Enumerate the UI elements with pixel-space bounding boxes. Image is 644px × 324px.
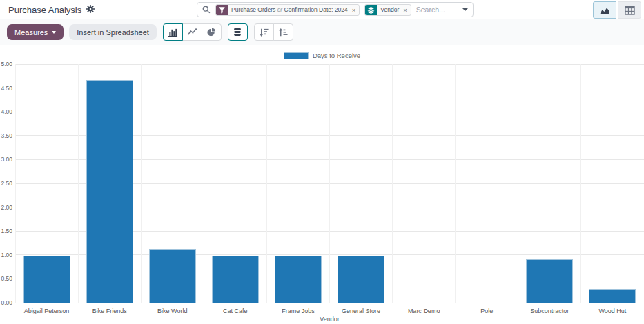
gridline-vertical [455, 64, 456, 303]
gridline-vertical [392, 64, 393, 303]
groupby-facet-label: Vendor [377, 6, 402, 13]
top-bar: Purchase Analysis [0, 0, 644, 19]
gear-icon[interactable] [86, 3, 95, 16]
x-axis-tick-label: General Store [326, 307, 396, 314]
gridline-vertical [15, 64, 16, 303]
bar[interactable] [149, 249, 196, 303]
page-title: Purchase Analysis [8, 5, 81, 15]
view-switcher [593, 1, 641, 19]
y-axis-tick-label: 0.00 [0, 299, 12, 306]
bar[interactable] [338, 256, 384, 303]
x-axis-tick-label: Marc Demo [389, 307, 458, 314]
y-axis-tick-label: 2.00 [0, 204, 12, 211]
y-axis-tick-label: 2.50 [0, 180, 12, 187]
y-axis-tick-label: 5.00 [0, 61, 12, 68]
legend[interactable]: Days to Receive [0, 52, 644, 59]
chart-type-bar-button[interactable] [163, 23, 183, 41]
y-axis-tick-label: 3.50 [0, 132, 12, 139]
gridline-vertical [78, 64, 79, 303]
view-switch-pivot-button[interactable] [618, 1, 641, 19]
stacked-group [228, 23, 248, 41]
sort-ascending-icon [278, 28, 289, 37]
measures-button[interactable]: Measures [7, 24, 64, 40]
breadcrumb: Purchase Analysis [8, 0, 95, 19]
pie-chart-icon [206, 27, 217, 37]
x-axis-tick-label: Frame Jobs [264, 307, 333, 314]
x-axis-tick-label: Bike Friends [75, 307, 144, 314]
stacked-bars-icon [233, 27, 242, 37]
stacked-toggle-button[interactable] [228, 23, 248, 41]
search-bar[interactable]: Purchase Orders or Confirmation Date: 20… [197, 2, 474, 17]
search-facet-filter: Purchase Orders or Confirmation Date: 20… [215, 4, 360, 16]
x-axis-tick-label: Abigail Peterson [12, 307, 81, 314]
chart-type-line-button[interactable] [182, 23, 202, 41]
y-axis-tick-label: 0.50 [0, 275, 12, 282]
bar[interactable] [23, 256, 70, 303]
legend-label: Days to Receive [313, 52, 360, 59]
sort-group [254, 23, 293, 41]
gridline-vertical [580, 64, 581, 303]
search-dropdown-caret-icon[interactable] [462, 8, 468, 11]
chart-type-pie-button[interactable] [202, 23, 222, 41]
gridline-vertical [141, 64, 142, 303]
gridline-vertical [266, 64, 267, 303]
filter-facet-label: Purchase Orders or Confirmation Date: 20… [228, 6, 351, 13]
sort-ascending-button[interactable] [273, 23, 293, 41]
legend-swatch [284, 52, 309, 59]
groupby-layers-icon [365, 4, 377, 16]
chart-area: Days to Receive Vendor 0.000.501.001.502… [0, 45, 644, 324]
control-panel: Measures Insert in Spreadsheet [0, 19, 644, 45]
view-switch-graph-button[interactable] [593, 1, 616, 19]
x-axis-tick-label: Wood Hut [578, 307, 644, 314]
gridline-vertical [518, 64, 518, 303]
sort-descending-icon [259, 28, 269, 37]
y-axis-tick-label: 4.50 [0, 85, 12, 92]
plot-area [15, 64, 644, 303]
y-axis-tick-label: 1.00 [0, 252, 12, 259]
sort-descending-button[interactable] [254, 23, 274, 41]
x-axis-tick-label: Cat Cafe [201, 307, 270, 314]
bar[interactable] [275, 256, 322, 303]
x-axis-tick-label: Subcontractor [515, 307, 584, 314]
bar[interactable] [86, 80, 133, 303]
insert-in-spreadsheet-button[interactable]: Insert in Spreadsheet [69, 24, 157, 40]
pivot-view-icon [625, 6, 635, 15]
remove-filter-icon[interactable]: × [351, 4, 360, 16]
remove-groupby-icon[interactable]: × [402, 4, 411, 16]
bar-chart-icon [168, 28, 178, 37]
bar[interactable] [526, 259, 573, 303]
search-input[interactable]: Search... [416, 6, 458, 14]
search-icon [202, 6, 211, 14]
y-axis-tick-label: 3.00 [0, 156, 12, 163]
bar[interactable] [589, 289, 636, 303]
search-facet-groupby: Vendor × [364, 4, 411, 16]
x-axis-tick-label: Pole [452, 307, 521, 314]
measures-caret-icon [52, 31, 56, 34]
gridline-vertical [204, 64, 204, 303]
purchase-analysis-app: Purchase Analysis [0, 0, 644, 324]
y-axis-tick-label: 1.50 [0, 227, 12, 234]
bar[interactable] [212, 256, 259, 303]
line-chart-icon [187, 28, 197, 37]
y-axis-tick-label: 4.00 [0, 108, 12, 115]
x-axis-tick-label: Bike World [138, 307, 207, 314]
filter-funnel-icon [216, 4, 228, 16]
gridline-vertical [329, 64, 330, 303]
x-axis-title: Vendor [15, 316, 644, 323]
graph-view-icon [599, 6, 610, 15]
chart-type-group [163, 23, 222, 41]
